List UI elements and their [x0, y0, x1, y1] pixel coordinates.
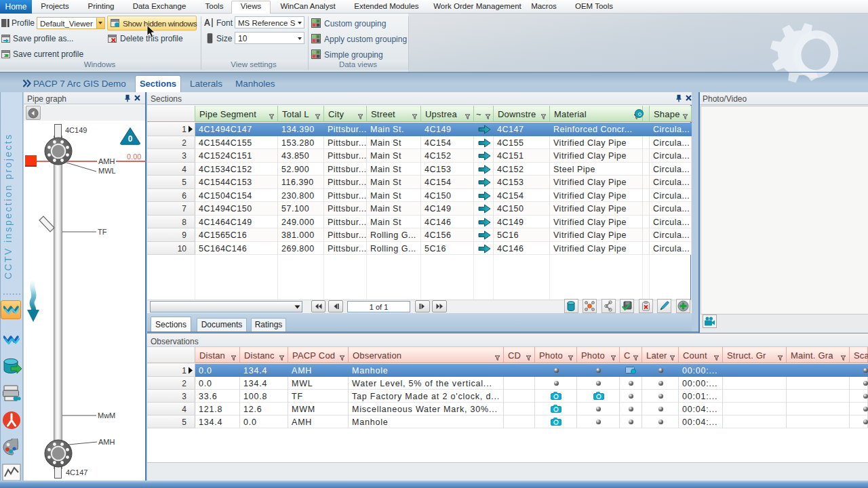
svg-text:0: 0: [128, 134, 133, 144]
